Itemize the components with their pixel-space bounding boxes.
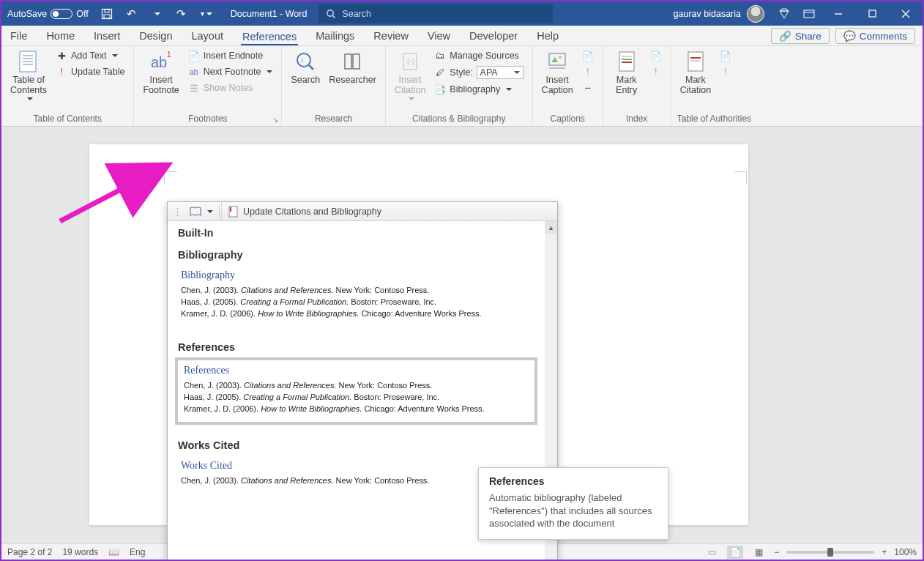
- zoom-in-icon[interactable]: +: [882, 547, 887, 557]
- scroll-up-icon[interactable]: ▲: [545, 221, 557, 234]
- group-index: Mark Entry 📄 ! Index: [603, 46, 671, 126]
- endnote-icon: 📄: [188, 50, 200, 62]
- insert-index-button[interactable]: 📄: [647, 48, 665, 63]
- update-citations-button[interactable]: Update Citations and Bibliography: [221, 202, 387, 220]
- titlebar: AutoSave Off ↶ ↷ ▾ Document1 - Word Sear…: [1, 1, 923, 26]
- drag-handle-icon[interactable]: ⋮: [171, 206, 185, 217]
- print-layout-icon[interactable]: 📄: [727, 546, 743, 559]
- undo-icon[interactable]: ↶: [119, 1, 144, 26]
- insert-citation-button[interactable]: (-) Insert Citation: [392, 48, 428, 102]
- group-label-footnotes: Footnotes: [140, 112, 275, 126]
- tab-developer[interactable]: Developer: [468, 27, 519, 45]
- language-indicator[interactable]: Eng: [130, 547, 145, 557]
- search-box[interactable]: Search: [318, 4, 553, 23]
- insert-toa-button[interactable]: 📄: [717, 48, 734, 63]
- group-label-authorities: Table of Authorities: [677, 112, 751, 126]
- tab-design[interactable]: Design: [138, 27, 174, 45]
- update-table-icon: !: [56, 66, 67, 78]
- autosave-state: Off: [76, 9, 88, 19]
- share-icon: 🔗: [779, 30, 791, 42]
- word-count[interactable]: 19 words: [62, 547, 98, 557]
- svg-text:ab: ab: [151, 54, 167, 70]
- focus-view-icon[interactable]: ▭: [704, 546, 720, 559]
- show-notes-button: ☰Show Notes: [185, 81, 276, 95]
- window-mode-icon[interactable]: [797, 1, 821, 26]
- researcher-button[interactable]: Researcher: [326, 48, 379, 85]
- group-citations: (-) Insert Citation 🗂Manage Sources 🖊Sty…: [386, 46, 533, 126]
- ribbon-tabs: FileHomeInsertDesignLayoutReferencesMail…: [1, 26, 923, 46]
- group-footnotes: ab1 Insert Footnote 📄Insert Endnote abNe…: [134, 46, 282, 126]
- preview-entry: Haas, J. (2005). Creating a Formal Publi…: [184, 391, 529, 403]
- insert-endnote-button[interactable]: 📄Insert Endnote: [185, 48, 276, 63]
- group-research: i Search Researcher Research: [282, 46, 386, 126]
- insert-caption-button[interactable]: Insert Caption: [539, 48, 576, 96]
- minimize-button[interactable]: [821, 1, 855, 26]
- group-label-captions: Captions: [539, 112, 597, 126]
- insert-tof-button[interactable]: 📄: [579, 48, 597, 63]
- gallery-toolbar: ⋮ Update Citations and Bibliography: [168, 202, 557, 221]
- insert-index-icon: 📄: [650, 50, 662, 62]
- tab-file[interactable]: File: [9, 27, 29, 45]
- style-selector[interactable]: 🖊Style: APA: [431, 64, 526, 81]
- save-icon[interactable]: [94, 1, 119, 26]
- add-text-icon: ✚: [56, 50, 67, 62]
- tab-home[interactable]: Home: [45, 27, 76, 45]
- bibliography-insert-split[interactable]: [185, 202, 217, 220]
- share-button[interactable]: 🔗Share: [771, 28, 830, 44]
- gallery-item-bibliography[interactable]: BibliographyChen, J. (2003). Citations a…: [175, 265, 537, 327]
- svg-marker-26: [551, 57, 558, 62]
- cross-ref-button[interactable]: ↔: [579, 81, 597, 95]
- tab-view[interactable]: View: [426, 27, 452, 45]
- add-text-button[interactable]: ✚Add Text: [53, 48, 127, 63]
- zoom-slider[interactable]: [786, 551, 874, 554]
- preview-entry: Kramer, J. D. (2006). How to Write Bibli…: [184, 403, 529, 415]
- svg-point-3: [327, 10, 333, 15]
- svg-line-36: [60, 167, 164, 221]
- gallery-item-references[interactable]: ReferencesChen, J. (2003). Citations and…: [175, 357, 537, 425]
- close-button[interactable]: [889, 1, 923, 26]
- footnotes-launcher[interactable]: ↘: [272, 116, 278, 124]
- undo-dropdown[interactable]: [144, 1, 169, 26]
- toc-icon: [17, 50, 40, 73]
- update-tof-icon: !: [582, 66, 594, 78]
- tab-references[interactable]: References: [241, 28, 298, 46]
- table-of-contents-button[interactable]: Table of Contents: [7, 48, 50, 102]
- group-toc: Table of Contents ✚Add Text !Update Tabl…: [1, 46, 134, 126]
- next-footnote-button[interactable]: abNext Footnote: [185, 64, 276, 79]
- maximize-button[interactable]: [855, 1, 889, 26]
- ribbon: Table of Contents ✚Add Text !Update Tabl…: [1, 46, 923, 127]
- comments-button[interactable]: 💬Comments: [835, 28, 915, 44]
- manage-sources-button[interactable]: 🗂Manage Sources: [431, 48, 526, 63]
- tooltip: References Automatic bibliography (label…: [478, 467, 668, 540]
- page-indicator[interactable]: Page 2 of 2: [7, 547, 52, 557]
- search-icon: [326, 9, 336, 19]
- style-value[interactable]: APA: [477, 66, 524, 79]
- builtin-header: Built-In: [168, 221, 545, 242]
- tab-help[interactable]: Help: [535, 27, 560, 45]
- update-toa-icon: !: [720, 66, 731, 78]
- refresh-page-icon: [228, 206, 239, 218]
- qat-customize[interactable]: ▾: [194, 1, 219, 26]
- mark-citation-button[interactable]: Mark Citation: [677, 48, 714, 96]
- tab-insert[interactable]: Insert: [92, 27, 122, 45]
- diamond-icon[interactable]: [772, 1, 797, 26]
- spellcheck-icon[interactable]: 📖: [108, 547, 119, 557]
- zoom-out-icon[interactable]: −: [774, 547, 779, 557]
- tab-review[interactable]: Review: [372, 27, 410, 45]
- tab-mailings[interactable]: Mailings: [314, 27, 356, 45]
- update-toa-button: !: [717, 64, 734, 79]
- tooltip-title: References: [489, 475, 657, 487]
- bibliography-button[interactable]: 📑Bibliography: [431, 82, 526, 97]
- mark-entry-button[interactable]: Mark Entry: [609, 48, 644, 96]
- comment-icon: 💬: [843, 30, 856, 42]
- update-table-button[interactable]: !Update Table: [53, 64, 127, 79]
- tab-layout[interactable]: Layout: [190, 27, 225, 45]
- account-button[interactable]: gaurav bidasaria: [666, 5, 772, 23]
- zoom-level[interactable]: 100%: [894, 547, 917, 557]
- redo-icon[interactable]: ↷: [169, 1, 194, 26]
- preview-entry: Chen, J. (2003). Citations and Reference…: [181, 284, 532, 296]
- web-layout-icon[interactable]: ▦: [750, 546, 767, 559]
- search-button[interactable]: i Search: [288, 48, 323, 85]
- autosave-toggle[interactable]: AutoSave Off: [1, 9, 94, 19]
- insert-footnote-button[interactable]: ab1 Insert Footnote: [140, 48, 182, 96]
